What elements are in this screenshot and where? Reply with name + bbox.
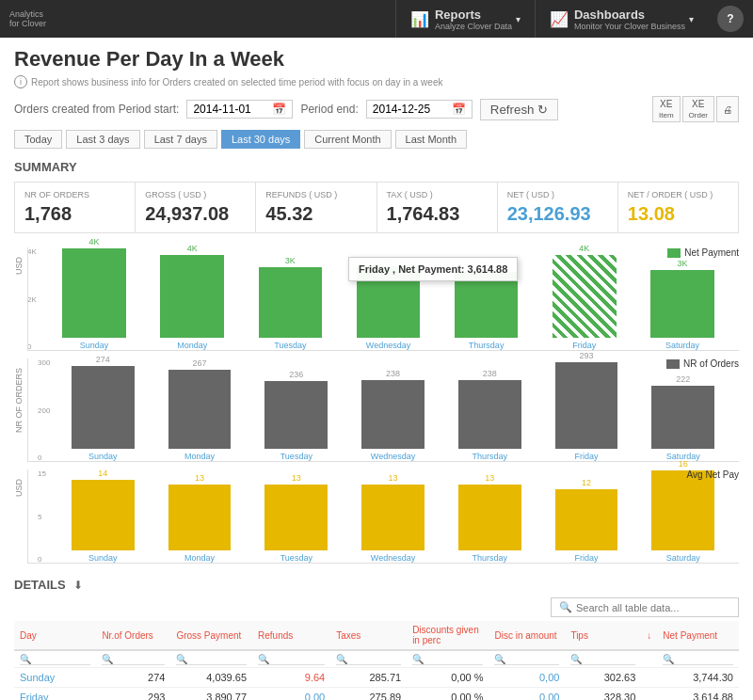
period-today[interactable]: Today [14, 130, 62, 149]
table-row: Friday 293 3,890.77 0,00 275.89 0,00 % 0… [14, 688, 739, 701]
end-cal-icon[interactable]: 📅 [452, 103, 466, 116]
net-order-value: 13.08 [628, 203, 729, 225]
net-payment-chart-section: USD 4K 2K 0 Friday , Net Payment: 3,614.… [14, 247, 739, 351]
cell-taxes-sunday: 285.71 [330, 668, 407, 688]
export-item-excel[interactable]: XEItem [652, 96, 681, 122]
bar-group-saturday[interactable]: 3K Saturday [633, 259, 731, 350]
filter-orders[interactable] [102, 654, 165, 665]
cell-refunds-sunday: 9.64 [252, 668, 330, 688]
bar-group-tuesday[interactable]: 3K Tuesday [241, 256, 339, 350]
data-table: Day Nr.of Orders Gross Payment Refunds T… [14, 621, 739, 700]
period-current-month[interactable]: Current Month [304, 130, 391, 149]
avg-bar-friday[interactable] [555, 489, 618, 550]
avg-chart: 15 5 0 14 Sunday 13 Monday [27, 469, 739, 564]
period-last7[interactable]: Last 7 days [144, 130, 217, 149]
avg-bar-thursday[interactable] [458, 485, 521, 550]
bar-thursday[interactable] [455, 272, 519, 338]
nav-reports[interactable]: 📊 Reports Analyze Clover Data ▾ [395, 0, 535, 38]
reports-nav-title: Reports [435, 8, 512, 22]
avg-day-sunday: Sunday [88, 553, 118, 563]
bar-group-orders-thursday[interactable]: 238 Thursday [441, 369, 538, 461]
filter-disc-perc[interactable] [412, 654, 483, 665]
refunds-label: REFUNDS ( USD ) [265, 190, 366, 199]
bar-group-avg-friday[interactable]: 12 Friday [538, 478, 635, 563]
filter-gross[interactable] [176, 654, 247, 665]
bar-group-sunday[interactable]: 4K Sunday [45, 237, 143, 350]
bar-sunday[interactable] [62, 248, 126, 338]
header-nav: 📊 Reports Analyze Clover Data ▾ 📈 Dashbo… [395, 0, 744, 38]
bar-group-orders-saturday[interactable]: 222 Saturday [634, 374, 731, 461]
day-label-sunday: Sunday [80, 341, 109, 350]
period-last-month[interactable]: Last Month [395, 130, 467, 149]
help-button[interactable]: ? [717, 6, 744, 32]
start-date-input[interactable]: 📅 [186, 100, 293, 119]
filter-disc-amt[interactable] [494, 654, 559, 665]
bar-friday[interactable] [553, 255, 617, 338]
avg-day-thursday: Thursday [472, 553, 507, 563]
bar-group-avg-sunday[interactable]: 14 Sunday [55, 469, 152, 563]
bar-group-friday[interactable]: 4K Friday [536, 244, 633, 350]
orders-ylabel: NR OF ORDERS [14, 368, 24, 433]
orders-day-wednesday: Wednesday [371, 452, 415, 461]
end-date-field[interactable] [373, 103, 448, 116]
period-last30[interactable]: Last 30 days [221, 130, 300, 149]
bar-group-avg-thursday[interactable]: 13 Thursday [441, 473, 538, 563]
orders-bar-monday[interactable] [168, 370, 232, 449]
export-order-excel[interactable]: XEOrder [682, 96, 714, 122]
orders-legend-label: NR of Orders [683, 358, 739, 369]
bar-group-avg-wednesday[interactable]: 13 Wednesday [344, 473, 441, 563]
bar-saturday[interactable] [650, 270, 714, 338]
filter-net[interactable] [663, 654, 733, 665]
end-date-input[interactable]: 📅 [366, 100, 473, 119]
cell-tips-friday: 328.30 [565, 688, 641, 701]
filter-taxes[interactable] [336, 654, 401, 665]
avg-bar-monday[interactable] [168, 485, 232, 550]
avg-bar-saturday[interactable] [651, 470, 714, 550]
orders-bar-sunday[interactable] [72, 366, 135, 449]
bar-group-monday[interactable]: 4K Monday [143, 244, 241, 350]
orders-chart: 300 200 0 274 Sunday 267 Mond [27, 358, 739, 462]
table-search: 🔍 [14, 597, 739, 617]
bar-tuesday[interactable] [259, 267, 323, 338]
period-last3[interactable]: Last 3 days [66, 130, 139, 149]
nav-dashboards[interactable]: 📈 Dashboards Monitor Your Clover Busines… [535, 0, 708, 38]
start-date-field[interactable] [193, 103, 268, 116]
tooltip-text: Friday , Net Payment: 3,614.88 [359, 263, 507, 275]
filter-refunds[interactable] [258, 654, 325, 665]
avg-bar-tuesday[interactable] [264, 485, 328, 550]
export-print[interactable]: 🖨 [716, 96, 739, 122]
avg-bar-wednesday[interactable] [361, 485, 425, 550]
orders-day-tuesday: Tuesday [280, 452, 312, 461]
download-icon[interactable]: ⬇ [73, 579, 83, 592]
bar-group-avg-monday[interactable]: 13 Monday [152, 473, 248, 563]
orders-legend: NR of Orders [666, 358, 739, 369]
orders-bar-saturday[interactable] [651, 386, 714, 449]
orders-bar-tuesday[interactable] [264, 381, 328, 449]
bar-group-orders-tuesday[interactable]: 236 Tuesday [248, 370, 344, 461]
orders-day-thursday: Thursday [472, 452, 507, 461]
dashboards-icon: 📈 [550, 10, 569, 28]
search-wrap[interactable]: 🔍 [551, 597, 739, 617]
cell-gross-sunday: 4,039.65 [170, 668, 252, 688]
orders-bar-friday[interactable] [555, 362, 618, 449]
avg-bar-sunday[interactable] [72, 480, 135, 550]
table-search-input[interactable] [576, 602, 730, 613]
avg-val-wednesday: 13 [389, 473, 398, 483]
bar-group-orders-sunday[interactable]: 274 Sunday [55, 355, 152, 461]
refunds-value: 45.32 [265, 203, 366, 225]
filter-tips[interactable] [570, 654, 635, 665]
avg-day-tuesday: Tuesday [280, 553, 312, 563]
start-cal-icon[interactable]: 📅 [272, 103, 286, 116]
search-icon: 🔍 [559, 601, 572, 613]
filter-day[interactable] [20, 654, 90, 665]
bar-monday[interactable] [160, 255, 224, 338]
refresh-button[interactable]: Refresh ↻ [480, 99, 559, 120]
bar-group-orders-monday[interactable]: 267 Monday [152, 358, 248, 461]
col-tips: Tips [565, 621, 641, 650]
bar-group-orders-wednesday[interactable]: 238 Wednesday [344, 369, 441, 461]
bar-group-orders-friday[interactable]: 293 Friday [538, 351, 635, 461]
orders-bar-thursday[interactable] [458, 380, 521, 449]
orders-bar-wednesday[interactable] [361, 380, 425, 449]
bar-group-avg-tuesday[interactable]: 13 Tuesday [248, 473, 344, 563]
cell-day-friday: Friday [14, 688, 96, 701]
